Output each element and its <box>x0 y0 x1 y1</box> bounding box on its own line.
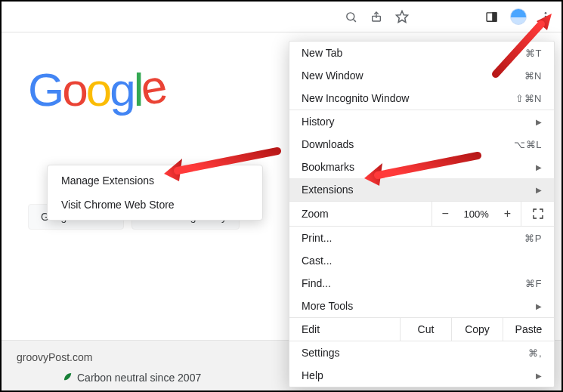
toolbar-spacer <box>421 8 472 26</box>
svg-point-6 <box>545 12 547 14</box>
carbon-neutral-label: Carbon neutral since 2007 <box>77 372 201 384</box>
edit-paste-button[interactable]: Paste <box>503 318 554 341</box>
chevron-right-icon: ▶ <box>536 302 542 310</box>
svg-point-0 <box>346 12 354 20</box>
menu-label: Bookmarks <box>302 161 354 173</box>
menu-zoom-row: Zoom − 100% + <box>289 201 554 226</box>
edit-label: Edit <box>289 318 400 341</box>
menu-label: Cast... <box>302 255 332 267</box>
menu-label: Extensions <box>302 184 353 196</box>
menu-label: Print... <box>302 232 332 244</box>
menu-shortcut: ⇧⌘N <box>515 93 542 104</box>
star-icon[interactable] <box>395 10 409 23</box>
menu-new-tab[interactable]: New Tab ⌘T <box>289 42 554 64</box>
edit-copy-button[interactable]: Copy <box>451 318 503 341</box>
menu-help[interactable]: Help ▶ <box>289 364 554 387</box>
menu-new-window[interactable]: New Window ⌘N <box>289 64 554 87</box>
menu-settings[interactable]: Settings ⌘, <box>289 341 554 364</box>
visit-webstore-item[interactable]: Visit Chrome Web Store <box>48 193 262 217</box>
manage-extensions-item[interactable]: Manage Extensions <box>48 168 262 193</box>
zoom-in-button[interactable]: + <box>494 202 521 226</box>
menu-shortcut: ⌘, <box>528 347 542 359</box>
search-icon[interactable] <box>344 10 357 23</box>
profile-avatar[interactable] <box>510 8 527 25</box>
menu-label: Find... <box>302 277 331 289</box>
zoom-label: Zoom <box>289 202 432 226</box>
menu-incognito[interactable]: New Incognito Window ⇧⌘N <box>289 87 554 110</box>
browser-toolbar <box>2 2 561 32</box>
menu-bookmarks[interactable]: Bookmarks ▶ <box>289 156 554 178</box>
chevron-right-icon: ▶ <box>536 163 542 171</box>
menu-label: Help <box>302 369 323 381</box>
share-icon[interactable] <box>370 10 383 23</box>
chevron-right-icon: ▶ <box>536 186 542 194</box>
menu-history[interactable]: History ▶ <box>289 110 554 133</box>
menu-edit-row: Edit Cut Copy Paste <box>289 317 554 341</box>
zoom-value: 100% <box>459 202 494 226</box>
side-panel-icon[interactable] <box>484 10 498 23</box>
menu-shortcut: ⌘T <box>525 48 542 59</box>
menu-print[interactable]: Print... ⌘P <box>289 226 554 249</box>
menu-downloads[interactable]: Downloads ⌥⌘L <box>289 133 554 156</box>
menu-cast[interactable]: Cast... <box>289 249 554 272</box>
svg-line-1 <box>353 19 355 21</box>
svg-marker-3 <box>397 11 408 23</box>
menu-find[interactable]: Find... ⌘F <box>289 272 554 295</box>
menu-extensions[interactable]: Extensions ▶ <box>289 178 554 201</box>
edit-cut-button[interactable]: Cut <box>400 318 451 341</box>
menu-shortcut: ⌘N <box>524 70 542 82</box>
menu-label: Downloads <box>302 138 354 150</box>
menu-shortcut: ⌘P <box>524 233 542 244</box>
svg-point-8 <box>545 19 547 21</box>
menu-more-tools[interactable]: More Tools ▶ <box>289 295 554 317</box>
fullscreen-button[interactable] <box>521 202 554 226</box>
kebab-menu-icon[interactable] <box>539 10 552 23</box>
chevron-right-icon: ▶ <box>536 118 542 126</box>
menu-label: New Incognito Window <box>302 92 409 104</box>
menu-shortcut: ⌘F <box>525 278 542 289</box>
chrome-main-menu: New Tab ⌘T New Window ⌘N New Incognito W… <box>289 41 555 387</box>
leaf-icon <box>62 371 73 384</box>
menu-shortcut: ⌥⌘L <box>514 139 542 150</box>
svg-point-7 <box>545 16 547 18</box>
menu-label: History <box>302 116 335 128</box>
menu-label: New Window <box>302 69 363 82</box>
chevron-right-icon: ▶ <box>536 372 542 380</box>
svg-rect-5 <box>492 12 496 20</box>
extensions-submenu: Manage Extensions Visit Chrome Web Store <box>47 165 263 221</box>
menu-label: More Tools <box>302 300 353 312</box>
menu-label: New Tab <box>302 47 342 59</box>
zoom-out-button[interactable]: − <box>432 202 459 226</box>
menu-label: Settings <box>302 347 340 359</box>
